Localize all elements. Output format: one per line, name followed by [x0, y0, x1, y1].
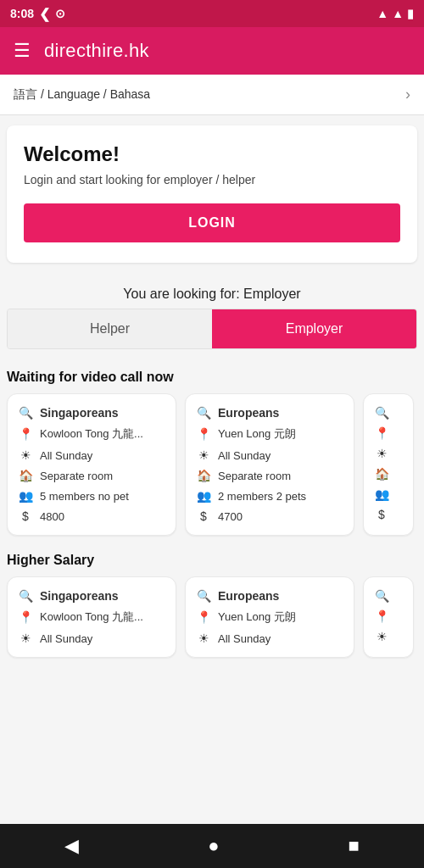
sc1-schedule: All Sunday	[40, 632, 92, 645]
waiting-card-3-partial[interactable]: 🔍 📍 ☀ 🏠 👥 $	[363, 393, 414, 536]
menu-icon[interactable]: ☰	[14, 40, 31, 62]
sc2-schedule-icon: ☀	[196, 632, 211, 645]
status-time: 8:08	[10, 7, 34, 20]
back-nav-button[interactable]: ◀	[44, 828, 99, 864]
chevron-right-icon: ›	[405, 86, 410, 103]
wifi-icon: ▲	[377, 7, 388, 20]
sc2-schedule-row: ☀ All Sunday	[196, 632, 343, 645]
salary-icon: $	[18, 509, 33, 523]
back-icon: ❮	[39, 6, 50, 22]
welcome-card: Welcome! Login and start looking for emp…	[7, 125, 417, 263]
family-icon: 👥	[18, 489, 33, 503]
sc1-location-icon: 📍	[18, 610, 33, 624]
welcome-heading: Welcome!	[24, 142, 400, 166]
card1-salary-row: $ 4800	[18, 509, 165, 523]
sc1-schedule-row: ☀ All Sunday	[18, 632, 165, 645]
circle-status-icon: ⊙	[55, 7, 65, 20]
battery-icon: ▮	[407, 7, 414, 20]
family-icon-3: 👥	[374, 487, 389, 501]
salary-card-3-partial[interactable]: 🔍 📍 ☀	[363, 576, 414, 658]
card2-schedule-row: ☀ All Sunday	[196, 448, 343, 462]
card1-nationality-row: 🔍 Singaporeans	[18, 406, 165, 420]
higher-salary-cards-row: 🔍 Singaporeans 📍 Kowloon Tong 九龍... ☀ Al…	[0, 576, 424, 712]
app-title: directhire.hk	[44, 40, 149, 62]
schedule-icon-3: ☀	[374, 447, 389, 460]
location-icon: 📍	[18, 427, 33, 441]
status-bar: 8:08 ❮ ⊙ ▲ ▲ ▮	[0, 0, 424, 27]
language-label: 語言 / Language / Bahasa	[14, 87, 150, 103]
card1-family: 5 members no pet	[40, 490, 129, 503]
employer-toggle-button[interactable]: Employer	[212, 309, 416, 348]
sc1-nationality-row: 🔍 Singaporeans	[18, 589, 165, 603]
nationality-icon-2: 🔍	[196, 406, 211, 420]
waiting-card-1[interactable]: 🔍 Singaporeans 📍 Kowloon Tong 九龍... ☀ Al…	[7, 393, 176, 536]
schedule-icon-2: ☀	[196, 448, 211, 462]
card1-salary: 4800	[40, 510, 64, 523]
card2-salary: 4700	[218, 510, 243, 523]
card2-salary-row: $ 4700	[196, 509, 343, 523]
sc1-nationality-icon: 🔍	[18, 589, 33, 603]
sc3-schedule-icon: ☀	[374, 630, 389, 643]
card2-family-row: 👥 2 members 2 pets	[196, 489, 343, 503]
status-left: 8:08 ❮ ⊙	[10, 6, 65, 22]
card1-schedule-row: ☀ All Sunday	[18, 448, 165, 462]
location-icon-2: 📍	[196, 427, 211, 441]
card2-location: Yuen Long 元朗	[218, 426, 296, 442]
card2-location-row: 📍 Yuen Long 元朗	[196, 426, 343, 442]
card1-room-row: 🏠 Separate room	[18, 469, 165, 482]
sc2-location: Yuen Long 元朗	[218, 609, 296, 625]
card1-room: Separate room	[40, 470, 113, 482]
card1-family-row: 👥 5 members no pet	[18, 489, 165, 503]
sc2-nationality: Europeans	[218, 589, 279, 603]
language-bar[interactable]: 語言 / Language / Bahasa ›	[0, 75, 424, 115]
nationality-icon-3: 🔍	[374, 406, 389, 420]
card1-location-row: 📍 Kowloon Tong 九龍...	[18, 426, 165, 442]
card1-schedule: All Sunday	[40, 449, 92, 462]
room-icon-3: 🏠	[374, 467, 389, 481]
status-right: ▲ ▲ ▮	[377, 7, 414, 20]
sc1-location-row: 📍 Kowloon Tong 九龍...	[18, 609, 165, 625]
salary-card-1[interactable]: 🔍 Singaporeans 📍 Kowloon Tong 九龍... ☀ Al…	[7, 576, 176, 658]
card2-nationality-row: 🔍 Europeans	[196, 406, 343, 420]
card1-location: Kowloon Tong 九龍...	[40, 426, 143, 442]
top-bar: ☰ directhire.hk	[0, 27, 424, 75]
signal-icon: ▲	[392, 7, 404, 20]
waiting-section-title: Waiting for video call now	[0, 363, 424, 393]
toggle-bar: Helper Employer	[7, 309, 417, 349]
higher-salary-section-title: Higher Salary	[0, 546, 424, 576]
salary-icon-2: $	[196, 509, 211, 523]
sc1-schedule-icon: ☀	[18, 632, 33, 645]
sc2-location-icon: 📍	[196, 610, 211, 624]
home-nav-button[interactable]: ●	[187, 828, 239, 864]
room-icon-2: 🏠	[196, 469, 211, 482]
card2-room: Separate room	[218, 470, 291, 482]
card2-family: 2 members 2 pets	[218, 490, 306, 503]
welcome-subtext: Login and start looking for employer / h…	[24, 173, 400, 186]
card2-room-row: 🏠 Separate room	[196, 469, 343, 482]
waiting-card-2[interactable]: 🔍 Europeans 📍 Yuen Long 元朗 ☀ All Sunday …	[185, 393, 354, 536]
sc2-nationality-row: 🔍 Europeans	[196, 589, 343, 603]
looking-for-label: You are looking for: Employer	[0, 273, 424, 309]
nationality-icon: 🔍	[18, 406, 33, 420]
login-button[interactable]: LOGIN	[24, 203, 400, 242]
schedule-icon: ☀	[18, 448, 33, 462]
bottom-nav: ◀ ● ■	[0, 824, 424, 868]
sc1-nationality: Singaporeans	[40, 589, 119, 603]
card2-schedule: All Sunday	[218, 449, 271, 462]
sc3-nationality-icon: 🔍	[374, 589, 389, 603]
sc2-location-row: 📍 Yuen Long 元朗	[196, 609, 343, 625]
card1-nationality: Singaporeans	[40, 406, 119, 420]
salary-icon-3: $	[374, 508, 389, 521]
card2-nationality: Europeans	[218, 406, 279, 420]
sc2-schedule: All Sunday	[218, 632, 271, 645]
helper-toggle-button[interactable]: Helper	[8, 309, 212, 348]
location-icon-3: 📍	[374, 426, 389, 440]
room-icon: 🏠	[18, 469, 33, 482]
salary-card-2[interactable]: 🔍 Europeans 📍 Yuen Long 元朗 ☀ All Sunday	[185, 576, 354, 658]
sc1-location: Kowloon Tong 九龍...	[40, 609, 143, 625]
card3-nationality-row: 🔍	[374, 406, 403, 420]
family-icon-2: 👥	[196, 489, 211, 503]
recents-nav-button[interactable]: ■	[328, 828, 380, 864]
sc3-location-icon: 📍	[374, 609, 389, 623]
sc2-nationality-icon: 🔍	[196, 589, 211, 603]
